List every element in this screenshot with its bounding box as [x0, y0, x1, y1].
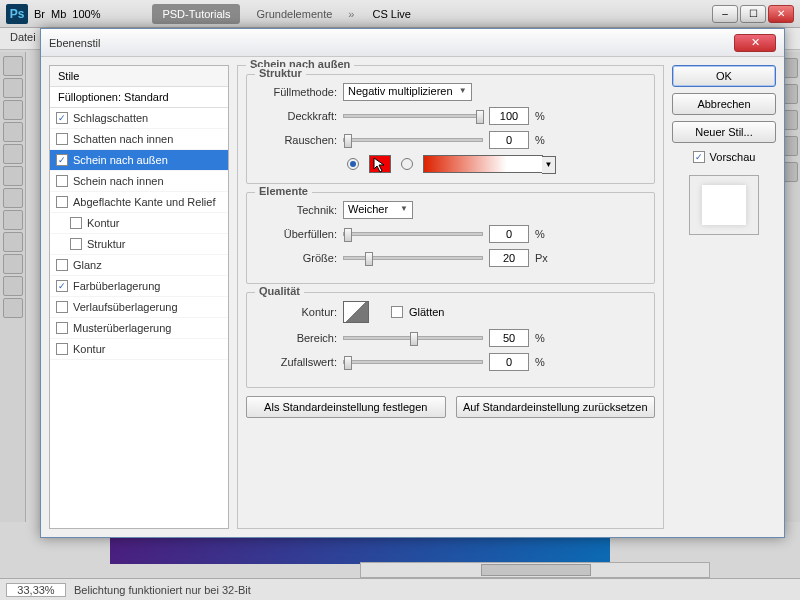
spread-input[interactable]: 0: [489, 225, 529, 243]
style-checkbox[interactable]: [56, 322, 68, 334]
size-input[interactable]: 20: [489, 249, 529, 267]
tool-icon[interactable]: [3, 100, 23, 120]
zoom-field[interactable]: 33,33%: [6, 583, 66, 597]
tool-icon[interactable]: [3, 232, 23, 252]
style-checkbox[interactable]: [56, 301, 68, 313]
range-slider[interactable]: [343, 336, 483, 340]
gradient-swatch[interactable]: ▼: [423, 155, 543, 173]
style-item[interactable]: ✓Schein nach außen: [50, 150, 228, 171]
style-item-label: Verlaufsüberlagerung: [73, 301, 178, 313]
style-checkbox[interactable]: [56, 259, 68, 271]
style-checkbox[interactable]: [56, 343, 68, 355]
spread-slider[interactable]: [343, 232, 483, 236]
layer-style-dialog: Ebenenstil ✕ Stile Fülloptionen: Standar…: [40, 28, 785, 538]
horizontal-scrollbar[interactable]: [360, 562, 710, 578]
tool-icon[interactable]: [3, 210, 23, 230]
tool-icon[interactable]: [3, 78, 23, 98]
size-slider[interactable]: [343, 256, 483, 260]
style-checkbox[interactable]: ✓: [56, 154, 68, 166]
zoom-display[interactable]: 100%: [72, 8, 100, 20]
style-item-label: Schatten nach innen: [73, 133, 173, 145]
range-label: Bereich:: [257, 332, 337, 344]
style-item[interactable]: Verlaufsüberlagerung: [50, 297, 228, 318]
new-style-button[interactable]: Neuer Stil...: [672, 121, 776, 143]
unit-label: Px: [535, 252, 549, 264]
antialias-checkbox[interactable]: [391, 306, 403, 318]
opacity-slider[interactable]: [343, 114, 483, 118]
status-bar: 33,33% Belichtung funktioniert nur bei 3…: [0, 578, 800, 600]
status-message: Belichtung funktioniert nur bei 32-Bit: [74, 584, 251, 596]
opacity-label: Deckkraft:: [257, 110, 337, 122]
style-item-label: Musterüberlagerung: [73, 322, 171, 334]
blendmode-select[interactable]: Negativ multiplizieren: [343, 83, 472, 101]
color-radio[interactable]: [347, 158, 359, 170]
jitter-slider[interactable]: [343, 360, 483, 364]
window-close-button[interactable]: ✕: [768, 5, 794, 23]
style-item[interactable]: Kontur: [50, 339, 228, 360]
range-input[interactable]: 50: [489, 329, 529, 347]
reset-default-button[interactable]: Auf Standardeinstellung zurücksetzen: [456, 396, 656, 418]
tool-icon[interactable]: [3, 188, 23, 208]
more-icon[interactable]: »: [348, 8, 354, 20]
tool-icon[interactable]: [3, 144, 23, 164]
style-item[interactable]: Glanz: [50, 255, 228, 276]
tool-icon[interactable]: [3, 166, 23, 186]
window-maximize-button[interactable]: ☐: [740, 5, 766, 23]
color-swatch[interactable]: [369, 155, 391, 173]
group-legend: Struktur: [255, 67, 306, 79]
tool-icon[interactable]: [3, 298, 23, 318]
style-item[interactable]: Struktur: [50, 234, 228, 255]
tool-icon[interactable]: [3, 254, 23, 274]
noise-input[interactable]: 0: [489, 131, 529, 149]
dialog-right-col: OK Abbrechen Neuer Stil... ✓ Vorschau: [672, 65, 776, 529]
antialias-label: Glätten: [409, 306, 444, 318]
cursor-icon: [373, 157, 387, 175]
gradient-dropdown-icon[interactable]: ▼: [542, 156, 556, 174]
style-item-label: Farbüberlagerung: [73, 280, 160, 292]
style-item[interactable]: Kontur: [50, 213, 228, 234]
struktur-group: Struktur Füllmethode: Negativ multiplizi…: [246, 74, 655, 184]
style-item[interactable]: Abgeflachte Kante und Relief: [50, 192, 228, 213]
tab-psd-tutorials[interactable]: PSD-Tutorials: [152, 4, 240, 24]
size-label: Größe:: [257, 252, 337, 264]
fill-options-row[interactable]: Fülloptionen: Standard: [50, 87, 228, 108]
style-checkbox[interactable]: [56, 175, 68, 187]
group-legend: Elemente: [255, 185, 312, 197]
style-item-label: Abgeflachte Kante und Relief: [73, 196, 216, 208]
style-checkbox[interactable]: ✓: [56, 112, 68, 124]
window-minimize-button[interactable]: –: [712, 5, 738, 23]
tool-icon[interactable]: [3, 122, 23, 142]
unit-label: %: [535, 332, 549, 344]
jitter-input[interactable]: 0: [489, 353, 529, 371]
tool-icon[interactable]: [3, 276, 23, 296]
style-item-label: Kontur: [73, 343, 105, 355]
dialog-titlebar[interactable]: Ebenenstil ✕: [41, 29, 784, 57]
style-item[interactable]: Schatten nach innen: [50, 129, 228, 150]
style-item[interactable]: Musterüberlagerung: [50, 318, 228, 339]
make-default-button[interactable]: Als Standardeinstellung festlegen: [246, 396, 446, 418]
style-item[interactable]: Schein nach innen: [50, 171, 228, 192]
cancel-button[interactable]: Abbrechen: [672, 93, 776, 115]
opacity-input[interactable]: 100: [489, 107, 529, 125]
preview-thumbnail: [689, 175, 759, 235]
style-checkbox[interactable]: [70, 238, 82, 250]
technique-select[interactable]: Weicher: [343, 201, 413, 219]
noise-slider[interactable]: [343, 138, 483, 142]
cslive-menu[interactable]: CS Live: [372, 8, 411, 20]
contour-picker[interactable]: [343, 301, 369, 323]
toolbar-label: Mb: [51, 8, 66, 20]
ok-button[interactable]: OK: [672, 65, 776, 87]
style-checkbox[interactable]: [56, 196, 68, 208]
menu-file[interactable]: Datei: [10, 31, 36, 43]
style-item[interactable]: ✓Farbüberlagerung: [50, 276, 228, 297]
style-checkbox[interactable]: ✓: [56, 280, 68, 292]
dialog-close-button[interactable]: ✕: [734, 34, 776, 52]
tool-icon[interactable]: [3, 56, 23, 76]
style-checkbox[interactable]: [56, 133, 68, 145]
style-item[interactable]: ✓Schlagschatten: [50, 108, 228, 129]
technique-label: Technik:: [257, 204, 337, 216]
gradient-radio[interactable]: [401, 158, 413, 170]
tab-grundelemente[interactable]: Grundelemente: [246, 4, 342, 24]
preview-checkbox[interactable]: ✓: [693, 151, 705, 163]
style-checkbox[interactable]: [70, 217, 82, 229]
